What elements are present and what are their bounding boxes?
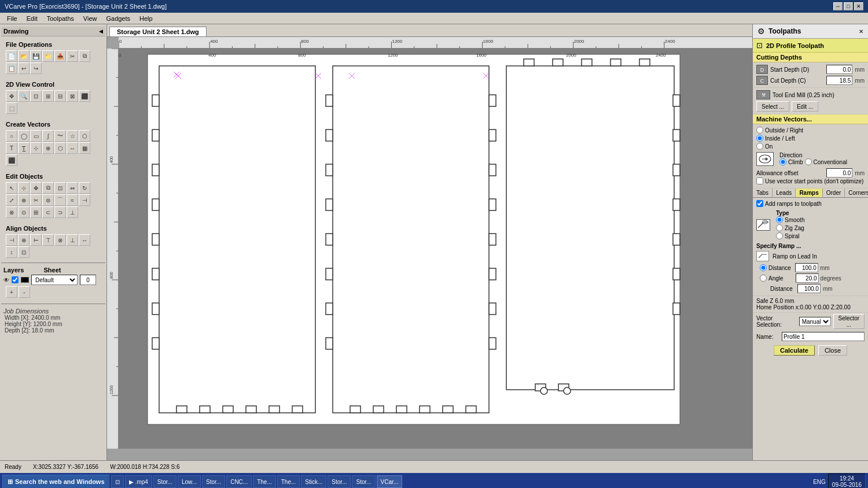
tool-import[interactable]: 📥 <box>54 50 66 62</box>
start-depth-input[interactable] <box>826 65 852 74</box>
tool-dist-v[interactable]: ↕ <box>6 246 17 258</box>
tool-trim[interactable]: ✂ <box>30 194 42 206</box>
close-btn-title[interactable]: ✕ <box>854 2 863 10</box>
conventional-radio[interactable] <box>805 158 812 165</box>
tool-align-top[interactable]: ⊤ <box>42 234 54 246</box>
zigzag-radio[interactable] <box>776 224 783 231</box>
layer-remove-btn[interactable]: - <box>19 286 30 298</box>
tool-scale[interactable]: ⤢ <box>6 194 17 206</box>
tool-sharp[interactable]: ⊥ <box>67 206 78 218</box>
taskbar-app-stor3[interactable]: Stor... <box>328 475 351 488</box>
canvas-tab[interactable]: Storage Unit 2 Sheet 1.dwg <box>109 27 207 36</box>
tool-star[interactable]: ☆ <box>67 130 78 142</box>
use-vector-start-check[interactable] <box>756 178 763 184</box>
tool-arc-text[interactable]: T̲ <box>18 142 30 154</box>
tool-rotate[interactable]: ↻ <box>79 182 90 194</box>
taskbar-app-vcar[interactable]: VCar... <box>377 475 403 488</box>
tool-align-center-v[interactable]: ⊗ <box>54 234 66 246</box>
on-radio[interactable] <box>756 143 763 150</box>
canvas-container[interactable]: 0 400 800 1200 1600 2000 2400 <box>107 37 752 460</box>
taskbar-app-cnc[interactable]: CNC... <box>226 475 252 488</box>
tool-cut[interactable]: ✂ <box>67 50 78 62</box>
tool-select-btn[interactable]: Select ... <box>756 101 789 112</box>
tab-order[interactable]: Order <box>823 188 845 197</box>
taskbar-app-low[interactable]: Low... <box>178 475 201 488</box>
name-input[interactable] <box>782 332 865 341</box>
outside-right-radio[interactable] <box>756 127 763 134</box>
vector-sel-dropdown[interactable]: Manual <box>799 317 831 326</box>
layer-visible-check[interactable] <box>12 276 19 283</box>
sheet-number-input[interactable] <box>80 275 96 285</box>
tool-zoom-sel[interactable]: ⊟ <box>54 90 66 102</box>
tool-transform[interactable]: ⊕ <box>42 142 54 154</box>
tool-bit[interactable]: ⬡ <box>54 142 66 154</box>
minimize-btn[interactable]: ─ <box>833 2 843 10</box>
tool-poly[interactable]: ⬡ <box>79 130 90 142</box>
tab-ramps[interactable]: Ramps <box>796 188 822 197</box>
dist2-input[interactable] <box>797 284 821 293</box>
angle-input[interactable] <box>796 273 819 283</box>
tool-save[interactable]: 💾 <box>30 50 42 62</box>
tool-array[interactable]: ⊞ <box>30 206 42 218</box>
tool-align-center-h[interactable]: ⊕ <box>18 234 30 246</box>
rp-close-icon[interactable]: ✕ <box>859 28 863 35</box>
taskbar-app-stor2[interactable]: Stor... <box>202 475 225 488</box>
menu-edit[interactable]: Edit <box>22 14 42 23</box>
smooth-radio[interactable] <box>776 216 783 223</box>
tool-text[interactable]: T <box>6 142 17 154</box>
tab-leads[interactable]: Leads <box>773 188 796 197</box>
tool-rect[interactable]: ▭ <box>30 130 42 142</box>
tool-align-right[interactable]: ⊢ <box>30 234 42 246</box>
taskbar-app-sot[interactable]: The... <box>277 475 300 488</box>
tool-center-page[interactable]: ⊡ <box>18 246 30 258</box>
layer-add-btn[interactable]: + <box>6 286 17 298</box>
add-ramps-check[interactable] <box>756 200 763 207</box>
tool-smooth[interactable]: ≈ <box>67 194 78 206</box>
tool-offset[interactable]: ⊜ <box>42 194 54 206</box>
tab-corners[interactable]: Corners <box>845 188 868 197</box>
tool-edit-btn[interactable]: Edit ... <box>792 101 818 112</box>
tool-boolean[interactable]: ⊗ <box>6 206 17 218</box>
tool-new[interactable]: 📄 <box>6 50 17 62</box>
menu-help[interactable]: Help <box>135 14 157 23</box>
taskbar-app-stor1[interactable]: Stor... <box>153 475 176 488</box>
drawing-canvas[interactable]: 0 400 800 1200 1600 2000 2400 <box>119 49 752 449</box>
layer-color-swatch[interactable] <box>21 277 29 283</box>
start-search-btn[interactable]: ⊞ Search the web and Windows <box>2 475 110 488</box>
menu-view[interactable]: View <box>79 14 102 23</box>
taskbar-app-stor4[interactable]: Stor... <box>352 475 375 488</box>
selector-btn[interactable]: Selector ... <box>833 314 865 329</box>
tool-zoom-fit[interactable]: ⊞ <box>42 90 54 102</box>
tab-tabs[interactable]: Tabs <box>753 188 773 197</box>
tool-ungroup[interactable]: ⊡ <box>54 182 66 194</box>
tool-extend[interactable]: ⊣ <box>79 194 90 206</box>
tool-align-left[interactable]: ⊣ <box>6 234 17 246</box>
tool-align-bottom[interactable]: ⊥ <box>67 234 78 246</box>
tool-mirror[interactable]: ⇔ <box>67 182 78 194</box>
menu-toolpaths[interactable]: Toolpaths <box>42 14 79 23</box>
tool-weld[interactable]: ⊕ <box>18 194 30 206</box>
distance-input[interactable] <box>795 263 818 272</box>
tool-select-node[interactable]: ⊹ <box>30 142 42 154</box>
tool-circle[interactable]: ○ <box>6 130 17 142</box>
cut-depth-input[interactable] <box>826 76 852 85</box>
tool-polyline[interactable]: 〜 <box>54 130 66 142</box>
tool-ellipse[interactable]: ◯ <box>18 130 30 142</box>
taskbar-app-the[interactable]: The... <box>253 475 276 488</box>
tool-node[interactable]: ⊹ <box>18 182 30 194</box>
tool-open2[interactable]: 📁 <box>42 50 54 62</box>
angle-radio[interactable] <box>760 275 767 282</box>
tool-fillet[interactable]: ⌒ <box>54 194 66 206</box>
menu-gadgets[interactable]: Gadgets <box>101 14 135 23</box>
tool-group[interactable]: ⧉ <box>42 182 54 194</box>
tool-dims[interactable]: ↔ <box>67 142 78 154</box>
tool-pan[interactable]: ✥ <box>6 90 17 102</box>
climb-radio[interactable] <box>779 158 786 165</box>
tool-view3[interactable]: ⬛ <box>79 90 90 102</box>
layers-dropdown[interactable]: Default <box>31 275 78 285</box>
menu-file[interactable]: File <box>2 14 22 23</box>
tool-arrow[interactable]: ↖ <box>6 182 17 194</box>
tool-open[interactable]: 📂 <box>18 50 30 62</box>
tool-view4[interactable]: ⬚ <box>6 102 17 114</box>
tool-zoom-box[interactable]: ⊡ <box>30 90 42 102</box>
